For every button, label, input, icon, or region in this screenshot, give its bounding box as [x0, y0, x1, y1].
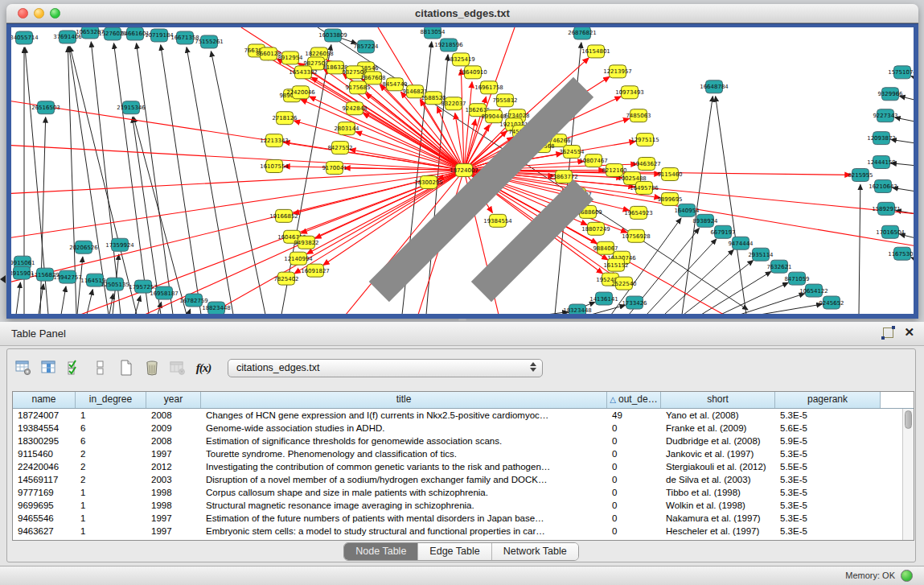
- table-cell[interactable]: Franke et al. (2009): [661, 422, 775, 435]
- table-cell[interactable]: Estimation of significance thresholds fo…: [201, 435, 607, 447]
- table-cell[interactable]: 19384554: [13, 422, 76, 435]
- table-cell[interactable]: 5.6E-5: [775, 422, 881, 435]
- table-selector-dropdown[interactable]: citations_edges.txt: [228, 359, 543, 377]
- float-panel-icon[interactable]: [883, 328, 893, 338]
- table-cell[interactable]: 1: [76, 499, 146, 512]
- column-header-title[interactable]: title: [201, 392, 607, 408]
- table-cell[interactable]: 1998: [146, 486, 201, 499]
- table-cell[interactable]: 1997: [146, 525, 201, 538]
- table-cell[interactable]: 6: [76, 435, 146, 447]
- table-cell[interactable]: 1: [76, 409, 146, 422]
- table-cell[interactable]: 5.5E-5: [775, 460, 881, 473]
- table-row[interactable]: 969969511998Structural magnetic resonanc…: [13, 499, 914, 512]
- table-cell[interactable]: Yano et al. (2008): [661, 409, 775, 422]
- table-cell[interactable]: Dudbridge et al. (2008): [661, 435, 775, 447]
- table-cell[interactable]: 0: [607, 435, 661, 447]
- table-cell[interactable]: 1997: [146, 512, 201, 525]
- table-cell[interactable]: 2: [76, 473, 146, 486]
- table-vertical-scrollbar[interactable]: [902, 409, 914, 540]
- table-cell[interactable]: Hescheler et al. (1997): [661, 525, 775, 538]
- table-cell[interactable]: 5.3E-5: [775, 499, 881, 512]
- table-row[interactable]: 1938455462009Genome-wide association stu…: [13, 422, 914, 435]
- column-header-year[interactable]: year: [146, 392, 201, 408]
- table-cell[interactable]: 2012: [146, 460, 201, 473]
- table-cell[interactable]: 1: [76, 525, 146, 538]
- table-cell[interactable]: 5.3E-5: [775, 409, 881, 422]
- table-cell[interactable]: Investigating the contribution of common…: [201, 460, 607, 473]
- table-cell[interactable]: 49: [607, 409, 661, 422]
- function-builder-icon[interactable]: f(x): [192, 357, 215, 378]
- table-cell[interactable]: 6: [76, 422, 146, 435]
- column-header-in_degree[interactable]: in_degree: [76, 392, 146, 408]
- table-cell[interactable]: Disruption of a novel member of a sodium…: [201, 473, 607, 486]
- table-cell[interactable]: 0: [607, 499, 661, 512]
- table-cell[interactable]: 5.3E-5: [775, 473, 881, 486]
- table-cell[interactable]: Jankovic et al. (1997): [661, 447, 775, 460]
- table-cell[interactable]: 2008: [146, 435, 201, 447]
- table-mode-icon[interactable]: [12, 357, 35, 378]
- column-header-pagerank[interactable]: pagerank: [775, 392, 881, 408]
- table-row[interactable]: 1872400712008Changes of HCN gene express…: [13, 409, 914, 422]
- table-cell[interactable]: Wolkin et al. (1998): [661, 499, 775, 512]
- table-cell[interactable]: 1997: [146, 447, 201, 460]
- column-header-short[interactable]: short: [661, 392, 775, 408]
- network-canvas[interactable]: 1872400734055714376914061065328715276021…: [11, 27, 914, 314]
- table-cell[interactable]: 5.3E-5: [775, 525, 881, 538]
- table-cell[interactable]: 9115460: [13, 447, 76, 460]
- panel-splitter-handle[interactable]: [458, 319, 466, 321]
- table-cell[interactable]: Estimation of the future numbers of pati…: [201, 512, 607, 525]
- tab-node-table[interactable]: Node Table: [344, 543, 418, 560]
- column-header-out_de[interactable]: △out_de…: [607, 392, 661, 408]
- table-cell[interactable]: 5.3E-5: [775, 512, 881, 525]
- table-cell[interactable]: Stergiakouli et al. (2012): [661, 460, 775, 473]
- scrollbar-thumb[interactable]: [905, 410, 912, 429]
- table-cell[interactable]: Tibbo et al. (1998): [661, 486, 775, 499]
- table-cell[interactable]: 1998: [146, 499, 201, 512]
- table-cell[interactable]: 14569117: [13, 473, 76, 486]
- table-cell[interactable]: 2009: [146, 422, 201, 435]
- table-cell[interactable]: 0: [607, 473, 661, 486]
- table-cell[interactable]: 1: [76, 486, 146, 499]
- table-cell[interactable]: 0: [607, 447, 661, 460]
- table-cell[interactable]: 0: [607, 512, 661, 525]
- table-row[interactable]: 2242004622012Investigating the contribut…: [13, 460, 914, 473]
- select-all-icon[interactable]: [64, 357, 86, 378]
- table-cell[interactable]: 2008: [146, 409, 201, 422]
- table-cell[interactable]: 2: [76, 447, 146, 460]
- table-cell[interactable]: 9777169: [13, 486, 76, 499]
- table-cell[interactable]: 0: [607, 422, 661, 435]
- table-row[interactable]: 1830029562008Estimation of significance …: [13, 435, 914, 447]
- table-cell[interactable]: Nakamura et al. (1997): [661, 512, 775, 525]
- table-cell[interactable]: 9699695: [13, 499, 76, 512]
- delete-table-icon[interactable]: [166, 357, 189, 378]
- table-cell[interactable]: 0: [607, 460, 661, 473]
- table-cell[interactable]: 18724007: [13, 409, 76, 422]
- table-cell[interactable]: 2: [76, 460, 146, 473]
- table-cell[interactable]: de Silva et al. (2003): [661, 473, 775, 486]
- table-cell[interactable]: 0: [607, 525, 661, 538]
- new-table-icon[interactable]: [115, 357, 138, 378]
- table-cell[interactable]: 5.3E-5: [775, 486, 881, 499]
- table-cell[interactable]: 9463627: [13, 525, 76, 538]
- table-cell[interactable]: Tourette syndrome. Phenomenology and cla…: [201, 447, 607, 460]
- network-window-titlebar[interactable]: citations_edges.txt: [6, 4, 918, 23]
- close-panel-icon[interactable]: ✕: [904, 325, 914, 340]
- table-row[interactable]: 946362711997Embryonic stem cells: a mode…: [13, 525, 914, 538]
- table-cell[interactable]: Embryonic stem cells: a model to study s…: [201, 525, 607, 538]
- table-cell[interactable]: Changes of HCN gene expression and I(f) …: [201, 409, 607, 422]
- column-header-name[interactable]: name: [13, 392, 76, 408]
- table-cell[interactable]: Corpus callosum shape and size in male p…: [201, 486, 607, 499]
- unselect-all-icon[interactable]: [89, 357, 112, 378]
- panel-collapse-arrow-icon[interactable]: [0, 275, 6, 283]
- delete-attribute-icon[interactable]: [141, 357, 163, 378]
- table-row[interactable]: 1456911722003Disruption of a novel membe…: [13, 473, 914, 486]
- show-column-icon[interactable]: [38, 357, 60, 378]
- table-row[interactable]: 911546021997Tourette syndrome. Phenomeno…: [13, 447, 914, 460]
- tab-network-table[interactable]: Network Table: [492, 543, 578, 560]
- table-row[interactable]: 977716911998Corpus callosum shape and si…: [13, 486, 914, 499]
- table-cell[interactable]: 0: [607, 486, 661, 499]
- memory-status-icon[interactable]: [901, 570, 913, 582]
- tab-edge-table[interactable]: Edge Table: [418, 543, 491, 560]
- table-cell[interactable]: 1: [76, 512, 146, 525]
- table-cell[interactable]: Structural magnetic resonance image aver…: [201, 499, 607, 512]
